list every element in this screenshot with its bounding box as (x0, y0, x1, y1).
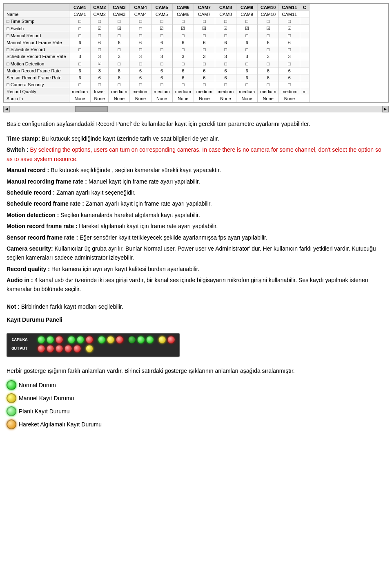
cell-cam10: 6 (258, 39, 279, 46)
cell-cam12 (300, 18, 309, 25)
out-led-4 (65, 345, 72, 352)
cell-cam6: 3 (172, 53, 194, 60)
legend-item-2: Planlı Kayıt Durumu (7, 406, 385, 416)
row-label: Record Quality (4, 88, 69, 95)
cell-cam11: 6 (279, 74, 300, 81)
legend-container: Normal DurumManuel Kayıt DurumuPlanlı Ka… (7, 380, 385, 429)
out-led-6 (86, 345, 93, 352)
col-header-cam11: CAM11 (279, 4, 300, 11)
cell-cam12 (300, 74, 309, 81)
table-row: Motion Record Frame Rate63666666666 (4, 67, 310, 74)
cell-cam3: □ (109, 18, 130, 25)
table-row: Audio InNoneNoneNoneNoneNoneNoneNoneNone… (4, 95, 310, 102)
cell-cam3: □ (109, 46, 130, 53)
col-header-cam8: CAM8 (215, 4, 236, 11)
param-bold-7: Motion record frame rate : (7, 223, 77, 229)
cell-cam5: medium (151, 88, 172, 95)
cell-cam10: □ (258, 81, 279, 88)
out-led-2 (47, 345, 54, 352)
table-row: Schedule Record Frame Rate33333333333 (4, 53, 310, 60)
cell-cam10: 6 (258, 67, 279, 74)
cell-cam5: □ (151, 32, 172, 39)
cell-cam6: □ (172, 18, 194, 25)
cell-cam2: CAM2 (91, 11, 109, 18)
cell-cam7: □ (194, 60, 215, 67)
col-header-cam6: CAM6 (172, 4, 194, 11)
cell-cam1: □ (69, 60, 91, 67)
cell-cam2: ☑ (91, 60, 109, 67)
param-rest-10: Her kamera için ayrı ayrı kayıt kalitesi… (50, 266, 199, 272)
out-led-3 (56, 345, 63, 352)
legend-item-1: Manuel Kayıt Durumu (7, 393, 385, 403)
main-content: Basic configuration sayfasındadaki Recor… (0, 116, 392, 437)
legend-label-0: Normal Durum (19, 382, 56, 388)
cell-cam7: CAM7 (194, 11, 215, 18)
cell-cam10: ☑ (258, 25, 279, 32)
cell-cam12 (300, 39, 309, 46)
cell-cam7: None (194, 95, 215, 102)
cell-cam7: □ (194, 32, 215, 39)
scroll-right-arrow[interactable]: ► (382, 106, 389, 112)
note-section: Not : Birbirinden farklı kayıt modları s… (7, 302, 385, 311)
cell-cam6: □ (172, 81, 194, 88)
param-line-2: Manual record : Bu kutucuk seçildiğinde … (7, 166, 385, 175)
param-rest-0: Bu kutucuk seçildiğinde kayıt üzerinde t… (40, 135, 219, 142)
cell-cam6: 6 (172, 74, 194, 81)
cell-cam8: □ (215, 32, 236, 39)
col-header-cam1: CAM1 (69, 4, 91, 11)
cell-cam6: 6 (172, 67, 194, 74)
legend-label-3: Hareket Algılamalı Kayıt Durumu (19, 421, 102, 428)
cell-cam7: □ (194, 46, 215, 53)
cell-cam7: 6 (194, 39, 215, 46)
cell-cam2: None (91, 95, 109, 102)
param-line-11: Audio in : 4 kanal usb dvr üzerinde iki … (7, 276, 385, 294)
cam-led-3 (56, 336, 63, 343)
cam-led-7 (98, 336, 105, 343)
param-rest-11: 4 kanal usb dvr üzerinde iki ses girişi … (7, 277, 368, 292)
param-line-3: Manual recording frame rate : Manuel kay… (7, 177, 385, 186)
cell-cam8: □ (215, 81, 236, 88)
cell-cam8: medium (215, 88, 236, 95)
cell-cam5: CAM5 (151, 11, 172, 18)
param-bold-6: Motion detecticon : (7, 212, 59, 218)
cell-cam10: □ (258, 60, 279, 67)
scroll-thumb[interactable] (75, 106, 108, 112)
table-row: □ Switch□☑☑□☑☑☑☑☑☑☑ (4, 25, 310, 32)
cell-cam12 (300, 25, 309, 32)
cell-cam1: □ (69, 18, 91, 25)
param-rest-5: Zaman ayarlı kayıt için frame rate ayarı… (84, 200, 212, 207)
cell-cam4: 6 (130, 67, 151, 74)
cell-cam5: None (151, 95, 172, 102)
cell-cam10: 3 (258, 53, 279, 60)
param-bold-10: Record quality : (7, 266, 50, 272)
cell-cam1: medium (69, 88, 91, 95)
cell-cam5: □ (151, 46, 172, 53)
cell-cam8: ☑ (215, 25, 236, 32)
cell-cam1: 6 (69, 74, 91, 81)
legend-led-green (7, 380, 16, 390)
param-rest-4: Zaman ayarlı kayıt seçeneğidir. (55, 189, 136, 196)
cell-cam5: □ (151, 81, 172, 88)
table-scrollbar[interactable]: ◄ ► (3, 106, 389, 112)
row-label: □ Camera Security (4, 81, 69, 88)
cell-cam12 (300, 81, 309, 88)
col-header-cam3: CAM3 (109, 4, 130, 11)
cell-cam1: 6 (69, 39, 91, 46)
col-header-cam10: CAM10 (258, 4, 279, 11)
cell-cam9: □ (236, 81, 258, 88)
param-rest-3: Manuel kayıt için frame rate ayarı yapıl… (87, 178, 200, 185)
cell-cam4: □ (130, 32, 151, 39)
param-rest-8: Eğer sensörler kayıt tetikleyecek şekild… (78, 234, 267, 241)
cell-cam12 (300, 53, 309, 60)
legend-label-2: Planlı Kayıt Durumu (19, 408, 70, 415)
cell-cam3: None (109, 95, 130, 102)
cell-cam9: □ (236, 18, 258, 25)
cell-cam6: 6 (172, 39, 194, 46)
cell-cam3: 6 (109, 74, 130, 81)
out-led-1 (38, 345, 45, 352)
cell-cam11: CAM11 (279, 11, 300, 18)
row-label: Manual Record Frame Rate (4, 39, 69, 46)
cell-cam5: ☑ (151, 25, 172, 32)
scroll-left-arrow[interactable]: ◄ (3, 106, 10, 112)
cell-cam1: 6 (69, 67, 91, 74)
